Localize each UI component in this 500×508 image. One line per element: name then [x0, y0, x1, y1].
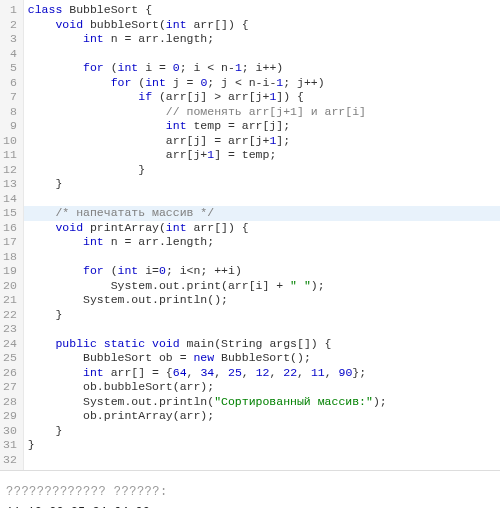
line-number: 16 — [3, 221, 17, 236]
code-line: arr[j+1] = temp; — [24, 148, 500, 163]
line-number: 23 — [3, 322, 17, 337]
code-line: System.out.println(); — [24, 293, 500, 308]
output-panel: ????????????? ??????: 11 12 22 25 34 64 … — [0, 471, 500, 508]
code-line: System.out.print(arr[i] + " "); — [24, 279, 500, 294]
code-area[interactable]: class BubbleSort { void bubbleSort(int a… — [24, 0, 500, 470]
code-line: void bubbleSort(int arr[]) { — [24, 18, 500, 33]
code-line: System.out.println("Сортированный массив… — [24, 395, 500, 410]
code-line: for (int i = 0; i < n-1; i++) — [24, 61, 500, 76]
line-number: 9 — [3, 119, 17, 134]
line-number: 21 — [3, 293, 17, 308]
line-number: 31 — [3, 438, 17, 453]
code-line: } — [24, 177, 500, 192]
line-number: 22 — [3, 308, 17, 323]
line-number: 17 — [3, 235, 17, 250]
code-line: // поменять arr[j+1] и arr[i] — [24, 105, 500, 120]
line-number: 11 — [3, 148, 17, 163]
line-number: 3 — [3, 32, 17, 47]
code-line — [24, 322, 500, 337]
line-number: 7 — [3, 90, 17, 105]
code-line: ob.printArray(arr); — [24, 409, 500, 424]
line-number: 15 — [3, 206, 17, 221]
code-line: int n = arr.length; — [24, 235, 500, 250]
code-line: } — [24, 163, 500, 178]
line-number: 10 — [3, 134, 17, 149]
code-line: } — [24, 308, 500, 323]
code-line: arr[j] = arr[j+1]; — [24, 134, 500, 149]
line-number: 19 — [3, 264, 17, 279]
code-line: BubbleSort ob = new BubbleSort(); — [24, 351, 500, 366]
code-line: } — [24, 424, 500, 439]
code-line: public static void main(String args[]) { — [24, 337, 500, 352]
line-number: 4 — [3, 47, 17, 62]
code-line: class BubbleSort { — [24, 3, 500, 18]
line-number: 28 — [3, 395, 17, 410]
line-number: 5 — [3, 61, 17, 76]
code-line: ob.bubbleSort(arr); — [24, 380, 500, 395]
line-number: 8 — [3, 105, 17, 120]
line-number: 27 — [3, 380, 17, 395]
line-number: 12 — [3, 163, 17, 178]
code-line — [24, 192, 500, 207]
code-line — [24, 250, 500, 265]
line-number: 18 — [3, 250, 17, 265]
line-number: 29 — [3, 409, 17, 424]
line-number: 1 — [3, 3, 17, 18]
line-number: 24 — [3, 337, 17, 352]
code-line: /* напечатать массив */ — [24, 206, 500, 221]
output-header: ????????????? ??????: — [6, 485, 494, 500]
code-line: int temp = arr[j]; — [24, 119, 500, 134]
line-number: 6 — [3, 76, 17, 91]
line-number: 20 — [3, 279, 17, 294]
line-number: 2 — [3, 18, 17, 33]
code-line — [24, 47, 500, 62]
code-line: void printArray(int arr[]) { — [24, 221, 500, 236]
code-editor: 1234567891011121314151617181920212223242… — [0, 0, 500, 471]
line-number: 13 — [3, 177, 17, 192]
line-number-gutter: 1234567891011121314151617181920212223242… — [0, 0, 24, 470]
code-line: for (int j = 0; j < n-i-1; j++) — [24, 76, 500, 91]
line-number: 25 — [3, 351, 17, 366]
code-line: } — [24, 438, 500, 453]
code-line: for (int i=0; i<n; ++i) — [24, 264, 500, 279]
line-number: 32 — [3, 453, 17, 468]
code-line: int n = arr.length; — [24, 32, 500, 47]
line-number: 14 — [3, 192, 17, 207]
code-line — [24, 453, 500, 468]
line-number: 26 — [3, 366, 17, 381]
code-line: if (arr[j] > arr[j+1]) { — [24, 90, 500, 105]
code-line: int arr[] = {64, 34, 25, 12, 22, 11, 90}… — [24, 366, 500, 381]
line-number: 30 — [3, 424, 17, 439]
